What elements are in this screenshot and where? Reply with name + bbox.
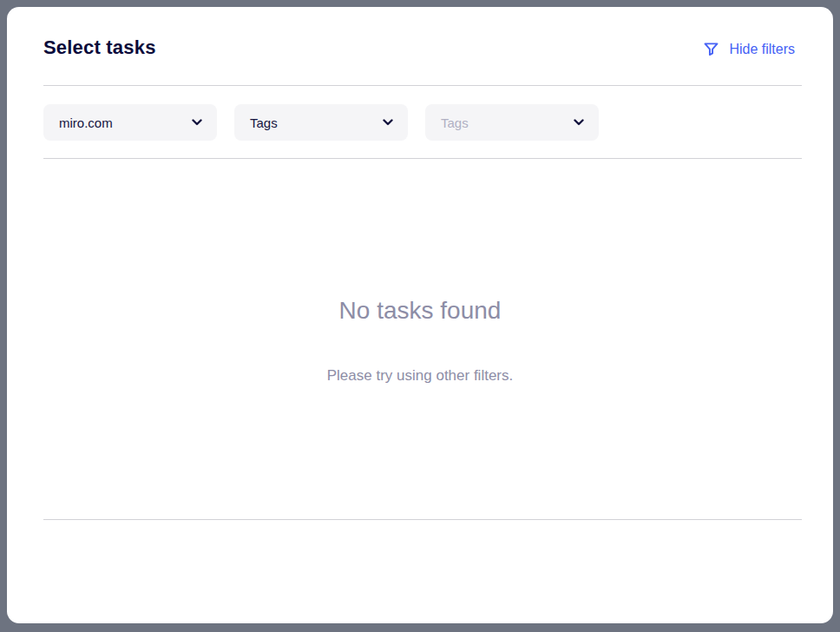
source-filter-value: miro.com	[59, 115, 113, 130]
page-title: Select tasks	[43, 36, 156, 59]
chevron-down-icon	[192, 119, 202, 126]
secondary-tags-filter-dropdown[interactable]: Tags	[425, 104, 599, 141]
chevron-down-icon	[383, 119, 393, 126]
divider	[43, 158, 802, 159]
divider	[43, 519, 802, 520]
source-filter-dropdown[interactable]: miro.com	[43, 104, 217, 141]
empty-state-title: No tasks found	[7, 296, 833, 326]
chevron-down-icon	[574, 119, 584, 126]
hide-filters-label: Hide filters	[729, 42, 795, 57]
filter-row: miro.com Tags Tags	[43, 104, 599, 141]
divider	[43, 85, 802, 86]
select-tasks-modal: Select tasks Hide filters miro.com Tags	[7, 7, 833, 623]
empty-state: No tasks found Please try using other fi…	[7, 296, 833, 385]
empty-state-subtitle: Please try using other filters.	[7, 367, 833, 385]
tags-filter-value: Tags	[250, 115, 278, 130]
secondary-tags-filter-placeholder: Tags	[441, 115, 469, 130]
hide-filters-button[interactable]: Hide filters	[702, 40, 795, 58]
filter-funnel-icon	[702, 40, 720, 58]
tags-filter-dropdown[interactable]: Tags	[234, 104, 408, 141]
